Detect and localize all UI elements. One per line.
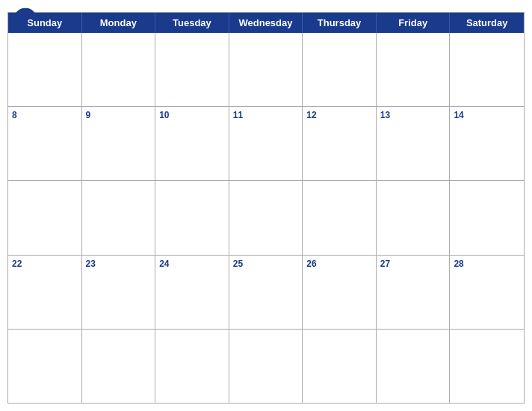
day-number: 12 — [306, 110, 316, 120]
day-cell: 10 — [155, 107, 229, 180]
day-header-thursday: Thursday — [303, 13, 377, 33]
calendar-grid: SundayMondayTuesdayWednesdayThursdayFrid… — [7, 12, 525, 404]
day-cell: 7 — [450, 33, 524, 106]
logo-icon — [12, 6, 39, 22]
day-cell: 6 — [377, 33, 451, 106]
day-number: 2 — [86, 36, 91, 46]
day-number: 9 — [86, 110, 91, 120]
day-cell: 21 — [450, 181, 524, 254]
day-number: 25 — [233, 259, 243, 269]
day-cell: 19 — [303, 181, 377, 254]
day-number: 26 — [306, 259, 316, 269]
weeks-container: 1234567891011121314151617181920212223242… — [8, 33, 524, 403]
day-cell: 12 — [303, 107, 377, 180]
day-cell: 13 — [377, 107, 451, 180]
day-cell: 11 — [229, 107, 303, 180]
day-cell: 24 — [155, 256, 229, 329]
day-cell — [229, 330, 303, 403]
day-cell: 23 — [82, 256, 156, 329]
day-cell — [303, 330, 377, 403]
week-row-3: 15161718192021 — [8, 180, 524, 254]
day-number: 1 — [12, 36, 17, 46]
day-headers-row: SundayMondayTuesdayWednesdayThursdayFrid… — [8, 13, 524, 33]
day-cell: 3 — [155, 33, 229, 106]
day-number: 18 — [233, 184, 243, 194]
day-number: 17 — [159, 184, 169, 194]
day-cell: 8 — [8, 107, 82, 180]
day-cell: 28 — [450, 256, 524, 329]
day-cell: 17 — [155, 181, 229, 254]
day-header-saturday: Saturday — [450, 13, 524, 33]
day-cell: 14 — [450, 107, 524, 180]
day-number: 14 — [454, 110, 463, 120]
day-cell: 4 — [229, 33, 303, 106]
day-cell: 16 — [82, 181, 156, 254]
day-number: 30 — [86, 333, 96, 343]
week-row-1: 1234567 — [8, 33, 524, 106]
day-cell: 2 — [82, 33, 156, 106]
day-cell: 22 — [8, 256, 82, 329]
day-cell: 20 — [377, 181, 451, 254]
day-header-wednesday: Wednesday — [229, 13, 303, 33]
day-header-friday: Friday — [377, 13, 451, 33]
day-number: 5 — [306, 36, 312, 46]
day-number: 8 — [12, 110, 17, 120]
day-number: 23 — [86, 259, 96, 269]
day-number: 22 — [12, 259, 22, 269]
week-row-4: 22232425262728 — [8, 255, 524, 329]
day-cell: 26 — [303, 256, 377, 329]
day-cell: 25 — [229, 256, 303, 329]
day-number: 6 — [380, 36, 386, 46]
day-number: 7 — [454, 36, 459, 46]
day-cell: 29 — [8, 330, 82, 403]
day-number: 19 — [306, 184, 316, 194]
day-number: 27 — [380, 259, 390, 269]
day-cell — [450, 330, 524, 403]
day-number: 16 — [86, 184, 96, 194]
day-number: 24 — [159, 259, 169, 269]
day-cell: 5 — [303, 33, 377, 106]
day-number: 4 — [233, 36, 238, 46]
day-number: 20 — [380, 184, 390, 194]
day-cell: 27 — [377, 256, 451, 329]
day-cell — [377, 330, 451, 403]
day-number: 28 — [454, 259, 463, 269]
day-number: 15 — [12, 184, 22, 194]
day-cell: 30 — [82, 330, 156, 403]
day-number: 3 — [159, 36, 164, 46]
week-row-5: 2930 — [8, 329, 524, 403]
day-cell — [155, 330, 229, 403]
week-row-2: 891011121314 — [8, 106, 524, 180]
day-header-monday: Monday — [82, 13, 156, 33]
day-number: 11 — [233, 110, 243, 120]
day-cell: 1 — [8, 33, 82, 106]
day-number: 21 — [454, 184, 463, 194]
day-number: 29 — [12, 333, 22, 343]
day-number: 13 — [380, 110, 390, 120]
calendar-header — [0, 0, 532, 12]
day-cell: 15 — [8, 181, 82, 254]
day-cell: 9 — [82, 107, 156, 180]
day-header-tuesday: Tuesday — [155, 13, 229, 33]
logo — [12, 6, 39, 22]
day-cell: 18 — [229, 181, 303, 254]
day-number: 10 — [159, 110, 169, 120]
